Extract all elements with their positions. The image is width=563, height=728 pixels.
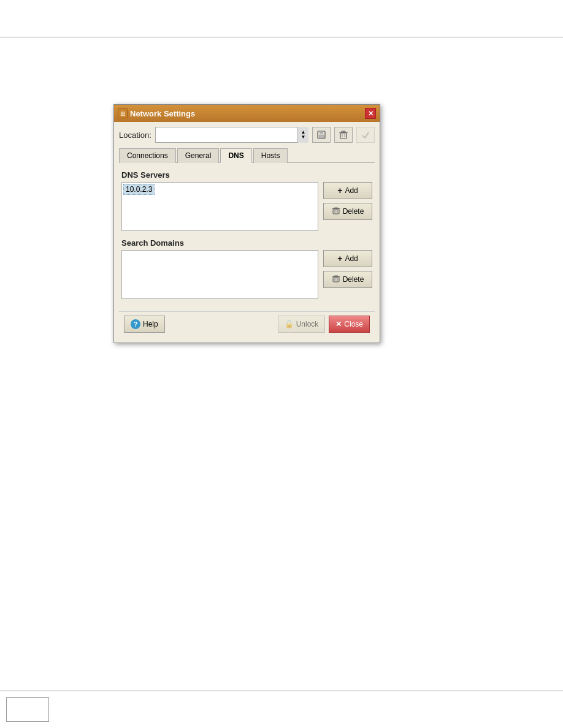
titlebar-title: Network Settings (130, 109, 195, 118)
dialog-footer: ? Help 🔓 Unlock ✕ Close (119, 311, 375, 338)
dns-servers-delete-label: Delete (343, 207, 364, 216)
unlock-button[interactable]: 🔓 Unlock (278, 316, 326, 333)
dns-servers-label: DNS Servers (121, 170, 372, 180)
dns-servers-add-label: Add (345, 186, 358, 195)
location-row: Location: ▲ ▼ (119, 127, 375, 143)
location-select[interactable] (155, 127, 308, 143)
tab-general[interactable]: General (177, 148, 220, 163)
titlebar: ⊞ Network Settings ✕ (114, 105, 380, 122)
plus-icon-2: + (337, 254, 342, 264)
dns-server-entry[interactable]: 10.0.2.3 (123, 184, 155, 195)
search-domains-delete-label: Delete (343, 275, 364, 284)
svg-rect-8 (333, 209, 339, 214)
delete-location-button[interactable] (334, 127, 353, 143)
content-area: DNS Servers 10.0.2.3 + Add (119, 168, 375, 309)
svg-rect-3 (340, 133, 347, 138)
svg-rect-2 (319, 135, 324, 138)
tab-hosts[interactable]: Hosts (253, 148, 288, 163)
footer-right-btns: 🔓 Unlock ✕ Close (278, 316, 370, 333)
dns-servers-delete-button[interactable]: Delete (323, 203, 372, 220)
trash-icon (332, 207, 340, 217)
dns-servers-list[interactable]: 10.0.2.3 (121, 182, 318, 231)
close-button[interactable]: ✕ Close (329, 316, 370, 333)
search-domains-add-button[interactable]: + Add (323, 250, 372, 267)
tab-connections[interactable]: Connections (119, 148, 176, 163)
location-label: Location: (119, 131, 151, 140)
dns-servers-section: 10.0.2.3 + Add (121, 182, 372, 231)
unlock-label: Unlock (296, 320, 319, 328)
svg-rect-1 (320, 131, 323, 134)
help-button[interactable]: ? Help (124, 316, 165, 333)
close-icon: ✕ (335, 320, 342, 328)
bottom-left-box (6, 697, 49, 722)
location-select-wrapper: ▲ ▼ (155, 127, 308, 143)
bottom-rule (0, 691, 563, 691)
apply-button[interactable] (356, 127, 375, 143)
save-button[interactable] (312, 127, 331, 143)
titlebar-left: ⊞ Network Settings (118, 108, 195, 118)
network-settings-dialog: ⊞ Network Settings ✕ Location: ▲ ▼ (113, 104, 380, 343)
search-domains-label: Search Domains (121, 238, 372, 248)
search-domains-delete-button[interactable]: Delete (323, 271, 372, 288)
tab-dns[interactable]: DNS (220, 148, 251, 163)
help-label: Help (143, 320, 158, 328)
dns-servers-add-button[interactable]: + Add (323, 182, 372, 199)
search-domains-add-label: Add (345, 254, 358, 263)
search-domains-section: + Add Delete (121, 250, 372, 299)
search-domains-actions: + Add Delete (323, 250, 372, 299)
search-domains-list[interactable] (121, 250, 318, 299)
titlebar-icon: ⊞ (118, 108, 128, 118)
close-label: Close (344, 320, 363, 328)
svg-rect-13 (333, 277, 339, 282)
dns-servers-actions: + Add Delete (323, 182, 372, 231)
close-window-button[interactable]: ✕ (365, 108, 376, 119)
top-rule (0, 37, 563, 37)
plus-icon: + (337, 186, 342, 195)
help-icon: ? (131, 319, 140, 329)
dialog-body: Location: ▲ ▼ (114, 122, 380, 343)
lock-icon: 🔓 (285, 320, 294, 328)
tabs: Connections General DNS Hosts (119, 148, 375, 163)
trash-icon-2 (332, 275, 340, 285)
